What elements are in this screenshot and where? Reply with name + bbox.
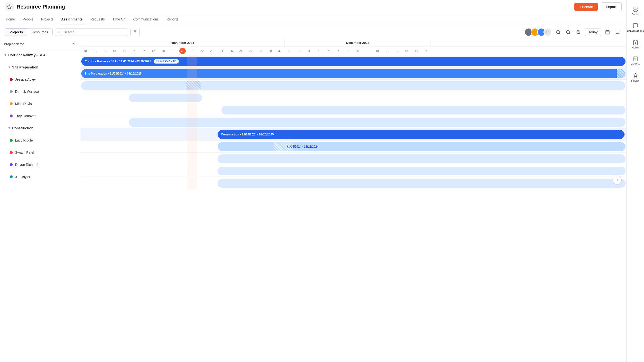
- gantt-row-devon: [80, 165, 626, 177]
- search-input[interactable]: [64, 30, 125, 34]
- main-nav: Home People Projects Assignments Request…: [0, 14, 626, 25]
- zoom-out-button[interactable]: [564, 28, 572, 36]
- sidebar-insights[interactable]: Insights: [627, 69, 644, 86]
- day-cell-dec-10: 10: [372, 47, 382, 55]
- day-cell-dec-3: 3: [304, 47, 314, 55]
- filter-button[interactable]: [130, 28, 140, 36]
- avatar-overflow[interactable]: +2: [544, 28, 552, 36]
- nav-requests[interactable]: Requests: [89, 14, 106, 25]
- nav-home[interactable]: Home: [5, 14, 16, 25]
- project-name-header: Project Name: [0, 39, 80, 49]
- person-mike-davis[interactable]: Mike Davis: [0, 98, 80, 110]
- day-cell-nov-14: 14: [119, 47, 129, 55]
- nav-people[interactable]: People: [22, 14, 34, 25]
- hatch-site-prep: [617, 69, 626, 78]
- zoom-in-button[interactable]: [554, 28, 562, 36]
- day-cell-dec-2: 2: [294, 47, 304, 55]
- dot-troy: [10, 115, 13, 117]
- my-work-label: My Work: [630, 63, 640, 66]
- nav-assignments[interactable]: Assignments: [60, 14, 84, 25]
- person-lucy-riggle[interactable]: Lucy Riggle: [0, 134, 80, 146]
- nav-time-off[interactable]: Time Off: [112, 14, 126, 25]
- svg-line-9: [569, 33, 570, 34]
- day-cell-dec-15: 15: [421, 47, 431, 55]
- day-cell-nov-17: 17: [148, 47, 158, 55]
- name-jessica: Jessica Adley: [15, 78, 36, 81]
- gantt-row-swathi: [80, 153, 626, 165]
- today-button[interactable]: Today: [585, 28, 601, 36]
- person-swathi-patel[interactable]: Swathi Patel: [0, 146, 80, 159]
- day-cell-nov-28: 28: [256, 47, 265, 55]
- day-cell-dec-6: 6: [334, 47, 343, 55]
- settings-button[interactable]: [614, 28, 622, 36]
- toolbar: Projects Resources +2: [0, 25, 626, 39]
- section-construction[interactable]: ▼ Construction: [0, 122, 80, 134]
- section-title-site-prep: Site Preparation: [12, 65, 38, 69]
- section-corridor-railway[interactable]: ▼ Corridor Railway - SEA: [0, 49, 80, 61]
- bar-construction[interactable]: Construction • 11/24/2024 - 03/20/2025: [218, 130, 624, 139]
- bar-site-prep-text: Site Preparation • 11/01/2024 - 01/16/20…: [85, 72, 142, 75]
- day-cell-nov-16: 16: [139, 47, 148, 55]
- day-cell-nov-30: 30: [275, 47, 285, 55]
- sidebar-conversations[interactable]: Conversations: [627, 20, 644, 36]
- day-cell-nov-15: 15: [129, 47, 139, 55]
- zoom-fit-button[interactable]: [575, 28, 582, 36]
- bar-lucy[interactable]: 11/24/2024 - 12/12/2024: [218, 142, 626, 151]
- nav-communications[interactable]: Communications: [132, 14, 160, 25]
- bar-jim[interactable]: [218, 179, 626, 188]
- search-box[interactable]: [55, 29, 128, 36]
- person-devon-richards[interactable]: Devon Richards: [0, 159, 80, 171]
- day-cell-nov-21: 21: [188, 47, 197, 55]
- calendar-button[interactable]: [604, 28, 612, 36]
- section-title-construction: Construction: [12, 126, 33, 130]
- insights-label: Insights: [631, 79, 640, 82]
- bar-jessica[interactable]: [81, 81, 626, 90]
- gantt-row-troy: [80, 116, 626, 128]
- tab-resources[interactable]: Resources: [27, 29, 52, 36]
- bar-site-prep[interactable]: Site Preparation • 11/01/2024 - 01/16/20…: [81, 69, 624, 78]
- bar-swathi[interactable]: [218, 154, 626, 163]
- bar-devon[interactable]: [218, 167, 626, 175]
- bar-derrick[interactable]: [129, 94, 202, 102]
- export-button[interactable]: Export: [601, 3, 622, 11]
- dot-derrick: [10, 90, 13, 93]
- gantt-area: November 2024 December 2024 101112131415…: [80, 39, 626, 362]
- avatar-group: +2: [524, 28, 552, 36]
- name-devon: Devon Richards: [15, 163, 40, 167]
- view-tab-group: Projects Resources: [5, 28, 52, 36]
- month-row: November 2024 December 2024: [80, 39, 626, 47]
- section-site-preparation[interactable]: ▼ Site Preparation: [0, 61, 80, 73]
- tab-projects[interactable]: Projects: [5, 29, 27, 36]
- bar-mike[interactable]: [222, 106, 626, 115]
- bar-corridor[interactable]: Corridor Railway - SEA • 11/01/2024 - 03…: [81, 57, 626, 66]
- person-derrick-wallace[interactable]: Derrick Wallace: [0, 86, 80, 98]
- conversations-label: Conversations: [627, 30, 644, 33]
- sidebar-my-work[interactable]: My Work: [627, 53, 644, 69]
- gantt-row-derrick: [80, 92, 626, 104]
- name-swathi: Swathi Patel: [15, 151, 34, 154]
- person-jessica-adley[interactable]: Jessica Adley: [0, 73, 80, 86]
- day-cell-nov-11: 11: [90, 47, 100, 55]
- sidebar-kickoff[interactable]: Kickoff: [627, 36, 644, 53]
- nav-reports[interactable]: Reports: [166, 14, 180, 25]
- create-button[interactable]: + Create: [574, 3, 598, 11]
- person-jim-taylor[interactable]: Jim Taylor: [0, 171, 80, 183]
- gantt-header: November 2024 December 2024 101112131415…: [80, 39, 626, 55]
- day-cell-dec-11: 11: [382, 47, 392, 55]
- day-cell-nov-25: 25: [226, 47, 236, 55]
- section-title-corridor: Corridor Railway - SEA: [8, 53, 46, 57]
- bar-troy[interactable]: [129, 118, 626, 127]
- day-cell-nov-10: 10: [80, 47, 90, 55]
- main-content: Project Name ▼ Corridor Railway - SEA ▼ …: [0, 39, 626, 362]
- add-button[interactable]: +: [613, 176, 622, 184]
- day-cell-nov-12: 12: [100, 47, 110, 55]
- dot-lucy: [10, 139, 13, 142]
- day-cell-dec-12: 12: [392, 47, 402, 55]
- nav-projects[interactable]: Projects: [40, 14, 54, 25]
- dot-swathi: [10, 151, 13, 154]
- person-troy-donovan[interactable]: Troy Donovan: [0, 110, 80, 122]
- day-cell-dec-1: 1: [285, 47, 294, 55]
- name-derrick: Derrick Wallace: [15, 90, 39, 94]
- sidebar-copilot[interactable]: Copilot: [627, 3, 644, 20]
- gantt-row-site-prep: Site Preparation • 11/01/2024 - 01/16/20…: [80, 68, 626, 80]
